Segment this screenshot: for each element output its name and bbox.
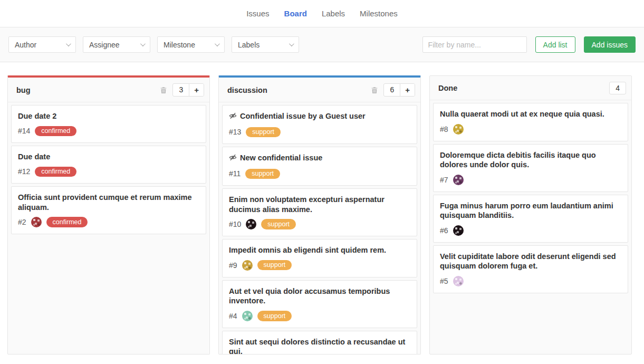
issue-count-badge: 3	[173, 84, 189, 96]
issue-card[interactable]: New confidential issue #11 support	[222, 147, 417, 186]
list-body: Due date 2 #14 confirmed Due date #12 co…	[8, 102, 209, 354]
list-title: discussion	[227, 86, 267, 94]
issue-card[interactable]: Enim non voluptatem excepturi aspernatur…	[222, 188, 417, 236]
issue-title: Velit cupiditate labore odit deserunt el…	[440, 252, 621, 271]
list-header: Done 4	[430, 76, 631, 100]
new-issue-button[interactable]: +	[189, 84, 204, 96]
issue-board: bug 3 + Due date 2 #14 confirmed Due dat…	[0, 62, 644, 364]
issue-count-badge: 4	[610, 82, 626, 94]
issue-number: #7	[440, 176, 448, 184]
list-actions: 4	[609, 82, 626, 94]
chevron-down-icon	[66, 41, 71, 46]
assignee-avatar[interactable]	[453, 124, 464, 135]
issue-number: #13	[229, 128, 241, 136]
chevron-down-icon	[140, 41, 146, 46]
new-issue-button[interactable]: +	[400, 84, 415, 96]
issue-card[interactable]: Velit cupiditate labore odit deserunt el…	[433, 245, 628, 293]
issue-title: Enim non voluptatem excepturi aspernatur…	[229, 195, 410, 214]
project-tabs: Issues Board Labels Milestones	[0, 0, 644, 27]
issue-number: #9	[229, 261, 237, 270]
issue-title: Due date 2	[18, 111, 199, 121]
board-filter-bar: Author Assignee Milestone Labels Add lis…	[0, 27, 644, 62]
trash-icon	[371, 87, 378, 94]
list-title: Done	[438, 84, 457, 92]
issue-card[interactable]: Fuga minus harum porro eum laudantium an…	[433, 195, 628, 243]
issue-card[interactable]: Sint aut sequi dolores distinctio a recu…	[222, 331, 417, 354]
issue-title: Officia sunt provident cumque et rerum m…	[18, 193, 199, 212]
issue-card[interactable]: Doloremque dicta debitis facilis itaque …	[433, 144, 628, 192]
board-list-bug: bug 3 + Due date 2 #14 confirmed Due dat…	[7, 75, 210, 355]
issue-number: #10	[229, 220, 241, 228]
issue-card[interactable]: Impedit omnis ab eligendi sint quidem re…	[222, 239, 417, 277]
issue-card[interactable]: Aut et vel quia dolor accusamus temporib…	[222, 280, 417, 328]
issue-title: Sint aut sequi dolores distinctio a recu…	[229, 337, 410, 354]
filter-by-name-input[interactable]	[422, 36, 527, 53]
label-badge[interactable]: support	[246, 127, 281, 138]
add-issues-button[interactable]: Add issues	[584, 36, 636, 53]
confidential-eye-slash-icon	[229, 154, 237, 164]
author-filter-label: Author	[15, 41, 36, 49]
assignee-avatar[interactable]	[453, 225, 464, 236]
delete-list-button[interactable]	[160, 87, 167, 94]
issue-title: Fuga minus harum porro eum laudantium an…	[440, 201, 621, 221]
milestone-filter-label: Milestone	[164, 41, 195, 49]
tab-milestones[interactable]: Milestones	[360, 9, 398, 18]
confidential-eye-slash-icon	[229, 112, 237, 122]
issue-title: New confidential issue	[229, 153, 410, 164]
issue-card[interactable]: Officia sunt provident cumque et rerum m…	[11, 186, 206, 234]
assignee-avatar[interactable]	[246, 219, 256, 229]
issue-number: #4	[229, 312, 237, 320]
assignee-avatar[interactable]	[453, 276, 464, 286]
board-list-done: Done 4 Nulla quaerat modi ut at ex neque…	[429, 75, 632, 355]
issue-number: #6	[440, 226, 448, 235]
list-title: bug	[16, 86, 31, 94]
tab-labels[interactable]: Labels	[322, 9, 345, 18]
label-badge[interactable]: support	[257, 260, 292, 271]
issue-number: #5	[440, 277, 448, 285]
label-badge[interactable]: support	[261, 219, 296, 229]
labels-filter-label: Labels	[238, 41, 259, 49]
issue-title: Aut et vel quia dolor accusamus temporib…	[229, 286, 410, 306]
chevron-down-icon	[289, 41, 294, 46]
label-badge[interactable]: confirmed	[35, 167, 76, 177]
issue-title: Confidential issue by a Guest user	[229, 111, 410, 122]
issue-number: #8	[440, 125, 448, 133]
issue-count-badge: 6	[384, 84, 400, 96]
list-body: Confidential issue by a Guest user #13 s…	[219, 102, 420, 354]
label-badge[interactable]: confirmed	[35, 126, 76, 137]
assignee-avatar[interactable]	[31, 217, 42, 227]
issue-number: #14	[18, 127, 30, 135]
issue-card[interactable]: Nulla quaerat modi ut at ex neque quia q…	[433, 103, 628, 141]
assignee-avatar[interactable]	[453, 175, 464, 185]
issue-title: Nulla quaerat modi ut at ex neque quia q…	[440, 109, 621, 119]
tab-issues[interactable]: Issues	[246, 9, 269, 18]
issue-title: Doloremque dicta debitis facilis itaque …	[440, 150, 621, 170]
list-actions: 3 +	[172, 83, 204, 97]
issue-number: #11	[229, 169, 241, 178]
labels-filter-dropdown[interactable]: Labels	[232, 36, 299, 53]
issue-card[interactable]: Confidential issue by a Guest user #13 s…	[222, 105, 417, 144]
issue-card[interactable]: Due date #12 confirmed	[11, 146, 206, 184]
milestone-filter-dropdown[interactable]: Milestone	[157, 36, 225, 53]
assignee-filter-dropdown[interactable]: Assignee	[83, 36, 150, 53]
issue-title: Due date	[18, 152, 199, 162]
label-badge[interactable]: support	[257, 311, 292, 321]
issue-card[interactable]: Due date 2 #14 confirmed	[11, 105, 206, 143]
assignee-filter-label: Assignee	[89, 41, 120, 49]
chevron-down-icon	[215, 41, 220, 46]
author-filter-dropdown[interactable]: Author	[8, 36, 76, 53]
add-list-button[interactable]: Add list	[535, 36, 575, 53]
tab-board[interactable]: Board	[284, 9, 307, 18]
delete-list-button[interactable]	[371, 87, 378, 94]
assignee-avatar[interactable]	[242, 260, 253, 271]
trash-icon	[160, 87, 167, 94]
list-header: bug 3 +	[8, 78, 209, 102]
assignee-avatar[interactable]	[242, 311, 253, 321]
issue-title: Impedit omnis ab eligendi sint quidem re…	[229, 245, 410, 255]
list-body: Nulla quaerat modi ut at ex neque quia q…	[430, 100, 631, 354]
board-list-discussion: discussion 6 + Confidential issue by a G…	[218, 75, 421, 355]
label-badge[interactable]: support	[245, 169, 280, 179]
issue-number: #2	[18, 218, 26, 226]
issue-number: #12	[18, 167, 30, 176]
label-badge[interactable]: confirmed	[46, 217, 88, 227]
